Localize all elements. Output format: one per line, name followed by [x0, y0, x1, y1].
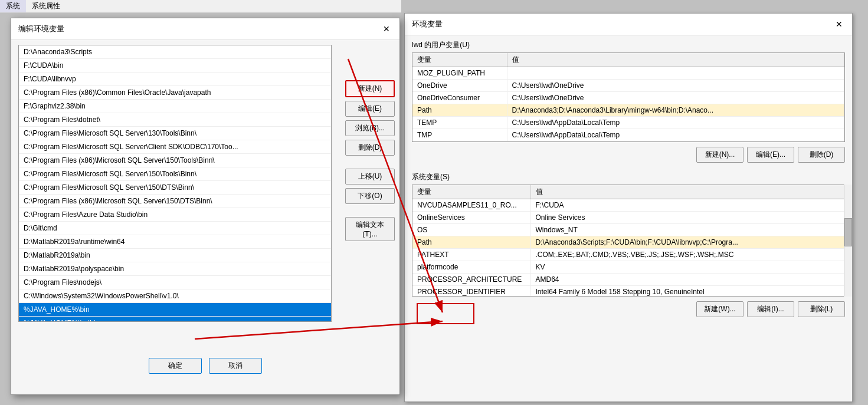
top-menu-bar: 系统 系统属性: [0, 0, 401, 13]
env-vars-title: 环境变量: [412, 19, 443, 29]
delete-path-button[interactable]: 删除(D): [345, 140, 395, 156]
sys-edit-button[interactable]: 编辑(I)...: [747, 301, 794, 317]
user-var-name[interactable]: OneDriveConsumer: [412, 92, 507, 104]
user-vars-section-label: lwd 的用户变量(U): [405, 35, 852, 52]
sys-table-scrollbar[interactable]: [844, 185, 852, 297]
sys-scrollbar-thumb[interactable]: [844, 218, 852, 246]
user-var-value[interactable]: D:\Anaconda3;D:\Anaconda3\Library\mingw-…: [507, 104, 844, 117]
list-item[interactable]: C:\Windows\System32\WindowsPowerShell\v1…: [19, 289, 331, 303]
sys-var-value[interactable]: Intel64 Family 6 Model 158 Stepping 10, …: [530, 286, 844, 297]
action-buttons-panel: 新建(N) 编辑(E) 浏览(B)... 删除(D) 上移(U) 下移(O) 编…: [340, 80, 399, 241]
user-var-name[interactable]: Path: [412, 104, 507, 117]
edit-dialog-title: 编辑环境变量: [18, 24, 64, 34]
sys-var-name[interactable]: OS: [412, 224, 530, 236]
env-vars-close-button[interactable]: ✕: [833, 18, 845, 30]
user-delete-button[interactable]: 删除(D): [798, 147, 845, 163]
user-var-col-value: 值: [507, 53, 844, 67]
list-item[interactable]: C:\Program Files\Microsoft SQL Server\15…: [19, 181, 331, 195]
sys-var-value[interactable]: F:\CUDA: [530, 199, 844, 212]
ok-button[interactable]: 确定: [149, 358, 202, 374]
list-item[interactable]: F:\CUDA\bin: [19, 59, 331, 73]
list-item[interactable]: F:\Graphviz2.38\bin: [19, 100, 331, 113]
list-item[interactable]: D:\MatlabR2019a\polyspace\bin: [19, 262, 331, 276]
menu-system-properties[interactable]: 系统属性: [26, 0, 66, 12]
edit-env-dialog: 编辑环境变量 ✕ D:\Anaconda3\ScriptsF:\CUDA\bin…: [11, 18, 400, 395]
sys-var-name[interactable]: Path: [412, 236, 530, 249]
sys-var-name[interactable]: NVCUDASAMPLES11_0_RO...: [412, 199, 530, 212]
sys-var-name[interactable]: platformcode: [412, 261, 530, 274]
list-item[interactable]: D:\MatlabR2019a\runtime\win64: [19, 235, 331, 249]
edit-text-button[interactable]: 编辑文本(T)...: [345, 217, 395, 241]
list-item[interactable]: C:\Program Files (x86)\Common Files\Orac…: [19, 86, 331, 100]
list-item[interactable]: %JAVA_HOME%\bin: [19, 303, 331, 317]
list-item[interactable]: C:\Program Files\Microsoft SQL Server\15…: [19, 167, 331, 181]
list-item[interactable]: C:\Program Files\Azure Data Studio\bin: [19, 208, 331, 222]
user-var-value[interactable]: [507, 67, 844, 80]
sys-var-name[interactable]: PROCESSOR_IDENTIFIER: [412, 286, 530, 297]
path-list[interactable]: D:\Anaconda3\ScriptsF:\CUDA\binF:\CUDA\l…: [18, 45, 332, 322]
user-edit-button[interactable]: 编辑(E)...: [747, 147, 794, 163]
user-var-value[interactable]: C:\Users\lwd\OneDrive: [507, 80, 844, 92]
user-var-col-name: 变量: [412, 53, 507, 67]
new-path-button[interactable]: 新建(N): [345, 80, 395, 97]
user-var-name[interactable]: OneDrive: [412, 80, 507, 92]
sys-vars-table: 变量 值 NVCUDASAMPLES11_0_RO...F:\CUDAOnlin…: [412, 185, 845, 297]
edit-dialog-close-button[interactable]: ✕: [381, 23, 392, 35]
list-item[interactable]: D:\Git\cmd: [19, 222, 331, 235]
list-item[interactable]: C:\Program Files (x86)\Microsoft SQL Ser…: [19, 195, 331, 208]
browse-path-button[interactable]: 浏览(B)...: [345, 120, 395, 136]
sys-var-name[interactable]: OnlineServices: [412, 212, 530, 224]
list-item[interactable]: C:\Program Files\dotnet\: [19, 113, 331, 127]
list-item[interactable]: D:\Anaconda3\Scripts: [19, 45, 331, 59]
user-vars-btn-row: 新建(N)... 编辑(E)... 删除(D): [405, 142, 852, 167]
list-item[interactable]: C:\Program Files\Microsoft SQL Server\13…: [19, 127, 331, 140]
sys-var-col-name: 变量: [412, 185, 530, 199]
sys-var-name[interactable]: PATHEXT: [412, 249, 530, 261]
list-item[interactable]: D:\MatlabR2019a\bin: [19, 249, 331, 262]
sys-var-value[interactable]: Windows_NT: [530, 224, 844, 236]
edit-dialog-title-bar: 编辑环境变量 ✕: [11, 18, 399, 40]
sys-delete-button[interactable]: 删除(L): [798, 301, 845, 317]
user-new-button[interactable]: 新建(N)...: [696, 147, 743, 163]
user-var-value[interactable]: C:\Users\lwd\AppData\Local\Temp: [507, 129, 844, 141]
move-down-button[interactable]: 下移(O): [345, 188, 395, 204]
list-item[interactable]: %JAVA_HOME%\jre\bin: [19, 317, 331, 322]
user-var-name[interactable]: TEMP: [412, 117, 507, 129]
sys-vars-btn-row: 新建(W)... 编辑(I)... 删除(L): [405, 297, 852, 322]
dialog-bottom-buttons: 确定 取消: [11, 358, 399, 374]
env-vars-title-bar: 环境变量 ✕: [405, 14, 852, 35]
sys-var-col-value: 值: [530, 185, 844, 199]
cancel-button[interactable]: 取消: [209, 358, 262, 374]
env-vars-dialog: 环境变量 ✕ lwd 的用户变量(U) 变量 值 MOZ_PLUGIN_PATH…: [404, 13, 853, 402]
list-item[interactable]: C:\Program Files (x86)\Microsoft SQL Ser…: [19, 154, 331, 167]
edit-path-button[interactable]: 编辑(E): [345, 101, 395, 117]
user-vars-table: 变量 值 MOZ_PLUGIN_PATHOneDriveC:\Users\lwd…: [412, 52, 845, 142]
user-var-value[interactable]: C:\Users\lwd\AppData\Local\Temp: [507, 117, 844, 129]
sys-var-value[interactable]: AMD64: [530, 274, 844, 286]
user-var-name[interactable]: MOZ_PLUGIN_PATH: [412, 67, 507, 80]
list-item[interactable]: C:\Program Files\nodejs\: [19, 276, 331, 289]
user-var-value[interactable]: C:\Users\lwd\OneDrive: [507, 92, 844, 104]
sys-vars-section-label: 系统变量(S): [405, 167, 852, 185]
sys-var-value[interactable]: .COM;.EXE;.BAT;.CMD;.VBS;.VBE;.JS;.JSE;.…: [530, 249, 844, 261]
menu-system[interactable]: 系统: [0, 0, 26, 12]
sys-var-value[interactable]: D:\Anaconda3\Scripts;F:\CUDA\bin;F:\CUDA…: [530, 236, 844, 249]
sys-var-value[interactable]: Online Services: [530, 212, 844, 224]
sys-var-value[interactable]: KV: [530, 261, 844, 274]
user-var-name[interactable]: TMP: [412, 129, 507, 141]
sys-new-button[interactable]: 新建(W)...: [696, 301, 743, 317]
list-item[interactable]: F:\CUDA\libnvvp: [19, 73, 331, 86]
sys-var-name[interactable]: PROCESSOR_ARCHITECTURE: [412, 274, 530, 286]
list-item[interactable]: C:\Program Files\Microsoft SQL Server\Cl…: [19, 140, 331, 154]
move-up-button[interactable]: 上移(U): [345, 169, 395, 185]
